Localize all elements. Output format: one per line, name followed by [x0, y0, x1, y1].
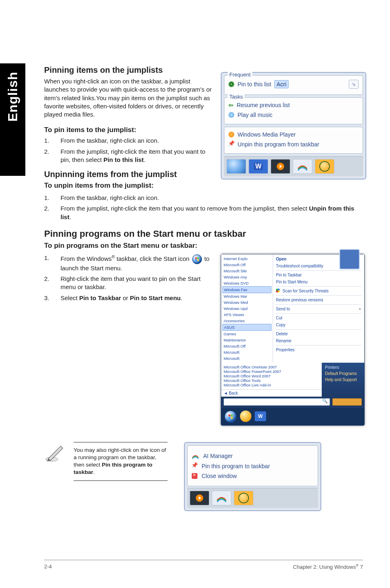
jumplist-item-pin-to-list[interactable]: Pin to this list Acri ⇘: [228, 78, 359, 90]
ctx-rename[interactable]: Rename: [274, 337, 363, 344]
jumplist-item-resume[interactable]: ⇦ Resume previous list: [228, 100, 359, 110]
language-label: English: [5, 72, 20, 122]
list-item: 1. From the taskbar, right-click an icon…: [44, 137, 214, 145]
ctx-properties[interactable]: Properties: [274, 346, 363, 353]
list-num: 2.: [44, 148, 52, 164]
word-icon[interactable]: W: [255, 411, 266, 421]
close-icon: [192, 473, 197, 479]
start-back-button[interactable]: ◄ Back: [221, 389, 322, 397]
ctx-restore[interactable]: Restore previous versions: [274, 296, 363, 303]
ctx-scan[interactable]: Scan for Security Threats: [274, 287, 363, 294]
list-item: 3. Select Pin to Taskbar or Pin to Start…: [44, 294, 214, 302]
page-number: 2-4: [44, 563, 52, 570]
list-item: 1. From the taskbar, right-click an icon…: [44, 194, 364, 202]
heading-unpin-jumplist: Unpinning items from the jumplist: [44, 170, 214, 179]
svg-rect-6: [229, 417, 231, 419]
taskbar: [187, 488, 318, 508]
jumplist-group-tasks: Tasks: [228, 94, 244, 100]
para-pin-jumplist-intro: When you right-click an icon on the task…: [44, 77, 214, 119]
start-orb-icon: [192, 254, 202, 264]
start-menu-screenshot: Internet Explo Microsoft Off Microsoft S…: [221, 254, 365, 426]
ctx-cut[interactable]: Cut: [274, 314, 363, 321]
start-right-link[interactable]: Default Programs: [324, 370, 362, 377]
pin-item-app[interactable]: AI Manager: [192, 451, 314, 461]
play-icon: [229, 112, 234, 118]
pin-item-close[interactable]: Close window: [192, 471, 314, 481]
start-right-link[interactable]: Printers: [324, 364, 362, 370]
svg-rect-0: [195, 257, 197, 259]
list-item: 2. From the jumplist, right-click the it…: [44, 148, 214, 164]
ctx-sendto[interactable]: Send to▸: [274, 305, 363, 312]
jumplist-item-unpin[interactable]: Unpin this program from taskbar: [228, 139, 359, 149]
start-orb-icon[interactable]: [224, 411, 237, 423]
jumplist-screenshot: Frequent Pin to this list Acri ⇘ Tasks ⇦…: [221, 72, 366, 180]
pin-item-pin[interactable]: Pin this program to taskbar: [192, 461, 314, 471]
wmp-taskbar-icon[interactable]: [271, 159, 290, 174]
jumplist-group-frequent: Frequent: [228, 72, 252, 78]
word-icon[interactable]: W: [249, 159, 268, 174]
page-footer: 2-4 Chapter 2: Using Windows® 7: [44, 560, 363, 570]
ai-suite-icon[interactable]: [234, 491, 253, 505]
pin-program-screenshot: AI Manager Pin this program to taskbar C…: [184, 442, 321, 511]
shield-icon: [276, 289, 280, 293]
ai-manager-icon: [192, 452, 199, 460]
language-tab: English: [0, 63, 25, 176]
history-icon: [229, 81, 234, 87]
heading-pin-jumplist-howto: To pin items to the jumplist:: [44, 126, 214, 134]
svg-rect-1: [197, 257, 199, 259]
chevron-right-icon: ▸: [359, 307, 361, 311]
jumplist-highlight: Acri: [274, 80, 288, 88]
start-left-pane: Internet Explo Microsoft Off Microsoft S…: [221, 254, 273, 363]
svg-rect-4: [229, 415, 231, 417]
taskbar: W: [224, 156, 363, 176]
note-pencil-icon: [44, 442, 66, 466]
context-menu: Open Troubleshoot compatibility Pin to T…: [273, 254, 364, 363]
ctx-copy[interactable]: Copy: [274, 321, 363, 328]
ie-icon[interactable]: [226, 159, 246, 174]
ctx-pin-start[interactable]: Pin to Start Menu: [274, 278, 363, 285]
jumplist-item-playall[interactable]: Play all music: [228, 110, 359, 120]
svg-rect-2: [195, 259, 197, 261]
ctx-delete[interactable]: Delete: [274, 330, 363, 337]
resume-icon: ⇦: [229, 102, 233, 108]
heading-pin-programs: Pinning programs on the Start menu or ta…: [44, 229, 364, 239]
heading-pin-programs-howto: To pin programs on the Start menu or tas…: [44, 242, 364, 250]
start-search-input[interactable]: [224, 398, 330, 406]
list-num: 1.: [44, 137, 52, 145]
list-item: 2. Right-click the item that you want to…: [44, 275, 214, 292]
ctx-pin-taskbar[interactable]: Pin to Taskbar: [274, 272, 363, 278]
note-text: You may also right-click on the icon of …: [74, 442, 168, 481]
user-avatar: [339, 249, 360, 269]
pin-icon[interactable]: ⇘: [349, 80, 359, 89]
list-num: 2.: [44, 204, 52, 221]
jumplist-item-wmp[interactable]: Windows Media Player: [228, 130, 359, 139]
chapter-title: Chapter 2: Using Windows® 7: [293, 563, 363, 570]
list-num: 2.: [44, 275, 52, 292]
list-item: 2. From the jumplist, right-click the it…: [44, 204, 364, 221]
shutdown-button[interactable]: [332, 398, 362, 406]
pin-icon: [192, 463, 197, 469]
wmp-taskbar-icon[interactable]: [190, 491, 209, 505]
unpin-icon: [229, 141, 234, 147]
ai-suite-icon[interactable]: [315, 159, 334, 174]
ai-manager-icon[interactable]: [212, 491, 231, 505]
ai-manager-icon[interactable]: [293, 159, 312, 174]
ie-icon[interactable]: [240, 411, 251, 422]
svg-rect-5: [231, 415, 233, 417]
list-num: 1.: [44, 254, 52, 272]
wmp-icon: [229, 132, 234, 137]
svg-rect-3: [197, 259, 199, 261]
start-right-link[interactable]: Help and Support: [324, 377, 362, 383]
heading-pin-jumplist: Pinning items on the jumplists: [44, 65, 214, 75]
svg-rect-7: [231, 417, 233, 419]
list-num: 3.: [44, 294, 52, 302]
heading-unpin-howto: To unpin items from the jumplist:: [44, 182, 214, 190]
list-num: 1.: [44, 194, 52, 202]
list-item: 1. From the Windows® taskbar, click the …: [44, 254, 214, 272]
